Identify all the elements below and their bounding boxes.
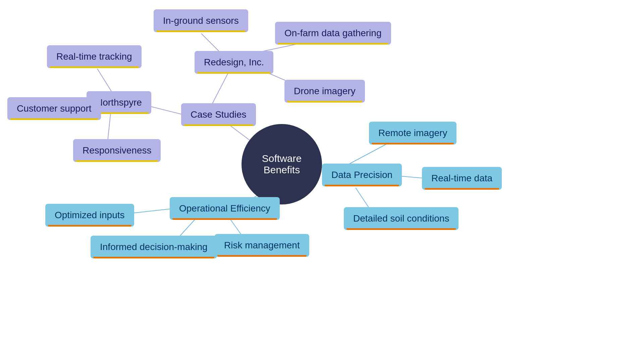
node-redesign[interactable]: Redesign, Inc. [195, 51, 273, 74]
detailed-soil-label: Detailed soil conditions [353, 213, 449, 224]
node-drone-imagery[interactable]: Drone imagery [284, 80, 365, 103]
node-detailed-soil[interactable]: Detailed soil conditions [344, 207, 459, 230]
node-customer-support[interactable]: Customer support [7, 97, 101, 120]
node-data-precision[interactable]: Data Precision [322, 164, 402, 186]
responsiveness-label: Responsiveness [83, 145, 151, 156]
realtime-tracking-label: Real-time tracking [56, 51, 132, 62]
drone-imagery-label: Drone imagery [294, 86, 356, 97]
realtime-data-label: Real-time data [431, 173, 492, 184]
operational-efficiency-label: Operational Efficiency [179, 203, 270, 214]
node-inground-sensors[interactable]: In-ground sensors [154, 9, 248, 32]
informed-decision-label: Informed decision-making [100, 242, 208, 252]
optimized-inputs-label: Optimized inputs [55, 210, 125, 221]
risk-management-label: Risk management [224, 240, 300, 251]
center-label: Software Benefits [248, 153, 315, 176]
customer-support-label: Customer support [17, 103, 92, 114]
node-onfarm-data[interactable]: On-farm data gathering [275, 22, 391, 45]
case-studies-label: Case Studies [191, 109, 247, 120]
remote-imagery-label: Remote imagery [378, 128, 447, 138]
node-optimized-inputs[interactable]: Optimized inputs [45, 204, 134, 227]
node-case-studies[interactable]: Case Studies [181, 103, 256, 126]
node-realtime-tracking[interactable]: Real-time tracking [47, 45, 142, 68]
svg-line-4 [211, 73, 228, 106]
data-precision-label: Data Precision [331, 170, 392, 180]
onfarm-data-label: On-farm data gathering [284, 28, 382, 39]
redesign-label: Redesign, Inc. [204, 57, 264, 68]
node-informed-decision[interactable]: Informed decision-making [91, 236, 217, 258]
node-remote-imagery[interactable]: Remote imagery [369, 122, 457, 144]
node-operational-efficiency[interactable]: Operational Efficiency [170, 197, 280, 220]
northspyre-label: Northspyre [96, 97, 142, 108]
inground-sensors-label: In-ground sensors [163, 15, 239, 26]
node-realtime-data[interactable]: Real-time data [422, 167, 502, 190]
center-node: Software Benefits [241, 124, 322, 204]
node-risk-management[interactable]: Risk management [215, 234, 309, 257]
svg-line-8 [201, 34, 221, 54]
node-responsiveness[interactable]: Responsiveness [73, 139, 161, 162]
